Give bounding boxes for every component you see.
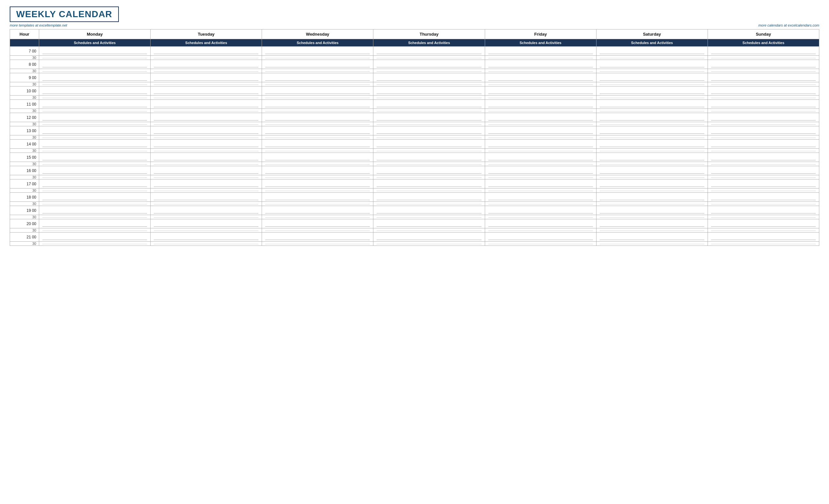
hour-cell-12-6[interactable]	[708, 206, 819, 215]
half-cell-7-1[interactable]	[151, 149, 262, 153]
hour-cell-12-0[interactable]	[39, 206, 151, 215]
hour-cell-11-2[interactable]	[262, 193, 373, 202]
half-cell-4-6[interactable]	[708, 109, 819, 113]
half-cell-5-5[interactable]	[596, 122, 708, 126]
hour-cell-7-0[interactable]	[39, 140, 151, 149]
hour-cell-5-5[interactable]	[596, 113, 708, 122]
hour-cell-12-4[interactable]	[485, 206, 596, 215]
hour-cell-2-3[interactable]	[373, 73, 485, 82]
hour-cell-5-1[interactable]	[151, 113, 262, 122]
half-cell-6-0[interactable]	[39, 135, 151, 140]
half-cell-6-4[interactable]	[485, 135, 596, 140]
hour-cell-7-3[interactable]	[373, 140, 485, 149]
hour-cell-9-2[interactable]	[262, 166, 373, 175]
hour-cell-13-1[interactable]	[151, 219, 262, 228]
half-cell-14-0[interactable]	[39, 242, 151, 246]
hour-cell-11-5[interactable]	[596, 193, 708, 202]
half-cell-5-4[interactable]	[485, 122, 596, 126]
half-cell-7-6[interactable]	[708, 149, 819, 153]
hour-cell-7-6[interactable]	[708, 140, 819, 149]
hour-cell-0-5[interactable]	[596, 47, 708, 56]
hour-cell-13-3[interactable]	[373, 219, 485, 228]
half-cell-14-1[interactable]	[151, 242, 262, 246]
hour-cell-3-2[interactable]	[262, 86, 373, 96]
half-cell-12-6[interactable]	[708, 215, 819, 219]
half-cell-2-6[interactable]	[708, 82, 819, 86]
half-cell-8-3[interactable]	[373, 162, 485, 166]
hour-cell-2-5[interactable]	[596, 73, 708, 82]
hour-cell-3-1[interactable]	[151, 86, 262, 96]
half-cell-9-4[interactable]	[485, 175, 596, 179]
hour-cell-12-2[interactable]	[262, 206, 373, 215]
half-cell-8-1[interactable]	[151, 162, 262, 166]
half-cell-5-6[interactable]	[708, 122, 819, 126]
hour-cell-9-6[interactable]	[708, 166, 819, 175]
hour-cell-9-0[interactable]	[39, 166, 151, 175]
hour-cell-2-1[interactable]	[151, 73, 262, 82]
half-cell-10-2[interactable]	[262, 188, 373, 193]
half-cell-11-3[interactable]	[373, 202, 485, 206]
hour-cell-0-4[interactable]	[485, 47, 596, 56]
hour-cell-11-1[interactable]	[151, 193, 262, 202]
hour-cell-1-2[interactable]	[262, 60, 373, 69]
hour-cell-7-4[interactable]	[485, 140, 596, 149]
half-cell-13-3[interactable]	[373, 228, 485, 232]
hour-cell-11-0[interactable]	[39, 193, 151, 202]
hour-cell-8-5[interactable]	[596, 153, 708, 162]
hour-cell-4-2[interactable]	[262, 100, 373, 109]
hour-cell-14-5[interactable]	[596, 232, 708, 242]
half-cell-12-3[interactable]	[373, 215, 485, 219]
half-cell-4-4[interactable]	[485, 109, 596, 113]
half-cell-7-3[interactable]	[373, 149, 485, 153]
hour-cell-6-0[interactable]	[39, 126, 151, 135]
hour-cell-11-3[interactable]	[373, 193, 485, 202]
half-cell-2-3[interactable]	[373, 82, 485, 86]
hour-cell-4-0[interactable]	[39, 100, 151, 109]
half-cell-1-2[interactable]	[262, 69, 373, 73]
hour-cell-8-1[interactable]	[151, 153, 262, 162]
hour-cell-5-3[interactable]	[373, 113, 485, 122]
half-cell-0-6[interactable]	[708, 56, 819, 60]
hour-cell-6-5[interactable]	[596, 126, 708, 135]
half-cell-0-2[interactable]	[262, 56, 373, 60]
hour-cell-8-3[interactable]	[373, 153, 485, 162]
half-cell-14-6[interactable]	[708, 242, 819, 246]
half-cell-11-0[interactable]	[39, 202, 151, 206]
half-cell-12-2[interactable]	[262, 215, 373, 219]
half-cell-6-3[interactable]	[373, 135, 485, 140]
hour-cell-9-3[interactable]	[373, 166, 485, 175]
half-cell-14-4[interactable]	[485, 242, 596, 246]
hour-cell-2-0[interactable]	[39, 73, 151, 82]
hour-cell-6-4[interactable]	[485, 126, 596, 135]
half-cell-10-1[interactable]	[151, 188, 262, 193]
half-cell-13-0[interactable]	[39, 228, 151, 232]
hour-cell-13-2[interactable]	[262, 219, 373, 228]
hour-cell-7-1[interactable]	[151, 140, 262, 149]
hour-cell-5-4[interactable]	[485, 113, 596, 122]
hour-cell-5-2[interactable]	[262, 113, 373, 122]
half-cell-0-0[interactable]	[39, 56, 151, 60]
hour-cell-14-3[interactable]	[373, 232, 485, 242]
half-cell-14-3[interactable]	[373, 242, 485, 246]
link-left[interactable]: more templates at exceltemplate.net	[10, 23, 67, 27]
half-cell-10-4[interactable]	[485, 188, 596, 193]
half-cell-5-0[interactable]	[39, 122, 151, 126]
hour-cell-7-2[interactable]	[262, 140, 373, 149]
half-cell-4-3[interactable]	[373, 109, 485, 113]
half-cell-3-6[interactable]	[708, 96, 819, 100]
half-cell-13-5[interactable]	[596, 228, 708, 232]
hour-cell-1-6[interactable]	[708, 60, 819, 69]
hour-cell-2-6[interactable]	[708, 73, 819, 82]
half-cell-0-5[interactable]	[596, 56, 708, 60]
hour-cell-8-4[interactable]	[485, 153, 596, 162]
half-cell-10-0[interactable]	[39, 188, 151, 193]
half-cell-3-2[interactable]	[262, 96, 373, 100]
hour-cell-8-0[interactable]	[39, 153, 151, 162]
half-cell-14-5[interactable]	[596, 242, 708, 246]
half-cell-7-5[interactable]	[596, 149, 708, 153]
hour-cell-1-1[interactable]	[151, 60, 262, 69]
link-right[interactable]: more calendars at excelcalendars.com	[758, 23, 819, 27]
hour-cell-7-5[interactable]	[596, 140, 708, 149]
half-cell-8-2[interactable]	[262, 162, 373, 166]
half-cell-6-5[interactable]	[596, 135, 708, 140]
